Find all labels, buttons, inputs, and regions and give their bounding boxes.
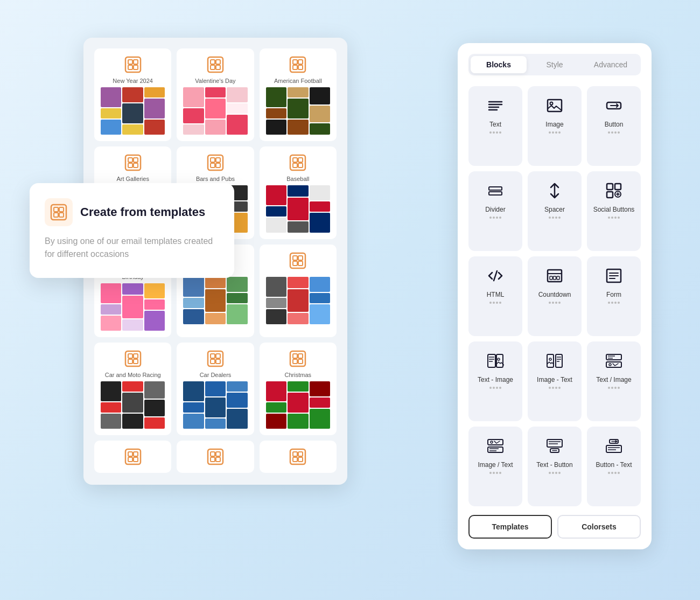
block-image[interactable]: Image bbox=[528, 86, 582, 166]
template-baseball[interactable]: Baseball bbox=[260, 146, 337, 239]
template-bottom-1[interactable] bbox=[94, 441, 171, 473]
block-image-text[interactable]: Image - Text bbox=[528, 341, 582, 421]
svg-rect-19 bbox=[134, 163, 138, 168]
svg-rect-16 bbox=[128, 158, 132, 162]
svg-rect-63 bbox=[128, 457, 132, 462]
svg-rect-6 bbox=[211, 60, 215, 64]
block-text-button-dots bbox=[549, 472, 561, 474]
svg-rect-113 bbox=[606, 354, 621, 360]
svg-rect-27 bbox=[298, 158, 303, 162]
block-image-text-label: Image - Text bbox=[537, 376, 572, 383]
svg-rect-96 bbox=[557, 276, 559, 280]
block-html[interactable]: HTML bbox=[468, 256, 522, 336]
template-bottom-2[interactable] bbox=[177, 441, 254, 473]
svg-rect-120 bbox=[488, 447, 503, 452]
preview-misc1 bbox=[183, 277, 247, 324]
tab-blocks[interactable]: Blocks bbox=[471, 56, 527, 73]
block-countdown-dots bbox=[549, 302, 561, 304]
svg-rect-87 bbox=[489, 187, 502, 190]
block-html-dots bbox=[489, 302, 501, 304]
svg-rect-88 bbox=[489, 192, 502, 195]
block-image-label: Image bbox=[545, 121, 563, 128]
html-icon bbox=[484, 264, 507, 288]
block-image-dots bbox=[549, 131, 561, 134]
svg-rect-51 bbox=[211, 354, 215, 358]
tabs-row: Blocks Style Advanced bbox=[468, 54, 641, 75]
bottom-buttons: Templates Colorsets bbox=[468, 515, 641, 539]
block-divider[interactable]: Divider bbox=[468, 171, 522, 251]
svg-rect-25 bbox=[290, 155, 305, 170]
block-social[interactable]: Social Buttons bbox=[587, 171, 641, 251]
svg-point-119 bbox=[491, 441, 493, 443]
svg-rect-1 bbox=[128, 60, 132, 64]
block-form-label: Form bbox=[606, 291, 621, 298]
image-slash-text-icon bbox=[484, 434, 507, 458]
spacer-icon bbox=[543, 179, 566, 203]
preview-valentines bbox=[183, 87, 247, 135]
block-text[interactable]: Text bbox=[468, 86, 522, 166]
tab-advanced[interactable]: Advanced bbox=[583, 56, 639, 73]
template-cardealers[interactable]: Car Dealers bbox=[177, 343, 254, 435]
block-text-slash-image[interactable]: Text / Image bbox=[587, 341, 641, 421]
popup-card: Create from templates By using one of ou… bbox=[30, 183, 234, 278]
template-new-year[interactable]: New Year 2024 bbox=[94, 48, 171, 141]
block-text-image[interactable]: Text - Image bbox=[468, 341, 522, 421]
block-button[interactable]: Button bbox=[587, 86, 641, 166]
svg-rect-65 bbox=[208, 449, 223, 464]
popup-header: Create from templates bbox=[45, 198, 219, 226]
svg-rect-78 bbox=[54, 213, 58, 217]
countdown-icon bbox=[543, 264, 566, 288]
svg-rect-9 bbox=[216, 65, 220, 69]
template-misc2[interactable] bbox=[260, 245, 337, 337]
svg-rect-53 bbox=[211, 359, 215, 364]
template-name-new-year: New Year 2024 bbox=[113, 78, 153, 84]
template-bottom-3[interactable] bbox=[260, 441, 337, 473]
block-button-text[interactable]: Button - Text bbox=[587, 427, 641, 506]
templates-button[interactable]: Templates bbox=[468, 515, 552, 539]
button-text-icon bbox=[602, 434, 626, 458]
block-spacer-dots bbox=[549, 217, 561, 219]
block-text-image-label: Text - Image bbox=[478, 376, 513, 383]
svg-rect-76 bbox=[54, 207, 58, 212]
preview-christmas bbox=[266, 381, 330, 429]
template-valentines[interactable]: Valentine's Day bbox=[177, 48, 254, 141]
block-text-slash-image-label: Text / Image bbox=[596, 376, 631, 383]
svg-rect-18 bbox=[128, 163, 132, 168]
svg-rect-123 bbox=[547, 439, 562, 447]
block-form[interactable]: Form bbox=[587, 256, 641, 336]
svg-rect-56 bbox=[293, 354, 297, 358]
svg-rect-64 bbox=[134, 457, 138, 462]
template-christmas[interactable]: Christmas bbox=[260, 343, 337, 435]
block-spacer[interactable]: Spacer bbox=[528, 171, 582, 251]
svg-rect-44 bbox=[298, 261, 303, 266]
popup-title: Create from templates bbox=[80, 205, 205, 219]
preview-birthday bbox=[101, 283, 165, 331]
preview-baseball bbox=[266, 185, 330, 233]
template-name-valentines: Valentine's Day bbox=[195, 78, 235, 84]
colorsets-button[interactable]: Colorsets bbox=[557, 515, 641, 539]
form-icon bbox=[602, 264, 626, 288]
block-social-label: Social Buttons bbox=[593, 206, 635, 213]
svg-point-108 bbox=[549, 358, 551, 360]
tab-style[interactable]: Style bbox=[527, 56, 583, 73]
block-text-dots bbox=[489, 131, 501, 134]
template-football[interactable]: American Football bbox=[260, 48, 337, 141]
svg-rect-43 bbox=[293, 261, 297, 266]
svg-rect-10 bbox=[290, 57, 305, 72]
divider-icon bbox=[484, 179, 507, 203]
template-car[interactable]: Car and Moto Racing bbox=[94, 343, 171, 435]
svg-rect-59 bbox=[298, 359, 303, 364]
template-name-football: American Football bbox=[274, 78, 322, 84]
block-text-button[interactable]: Text - Button bbox=[528, 427, 582, 506]
svg-rect-84 bbox=[548, 100, 562, 111]
block-image-slash-text[interactable]: Image / Text bbox=[468, 427, 522, 506]
svg-rect-48 bbox=[128, 359, 132, 364]
svg-rect-61 bbox=[128, 452, 132, 456]
text-image-icon bbox=[484, 349, 507, 373]
template-section-5 bbox=[94, 441, 337, 473]
block-text-label: Text bbox=[489, 121, 501, 128]
svg-rect-67 bbox=[216, 452, 220, 456]
block-countdown[interactable]: Countdown bbox=[528, 256, 582, 336]
svg-rect-49 bbox=[134, 359, 138, 364]
svg-rect-71 bbox=[293, 452, 297, 456]
